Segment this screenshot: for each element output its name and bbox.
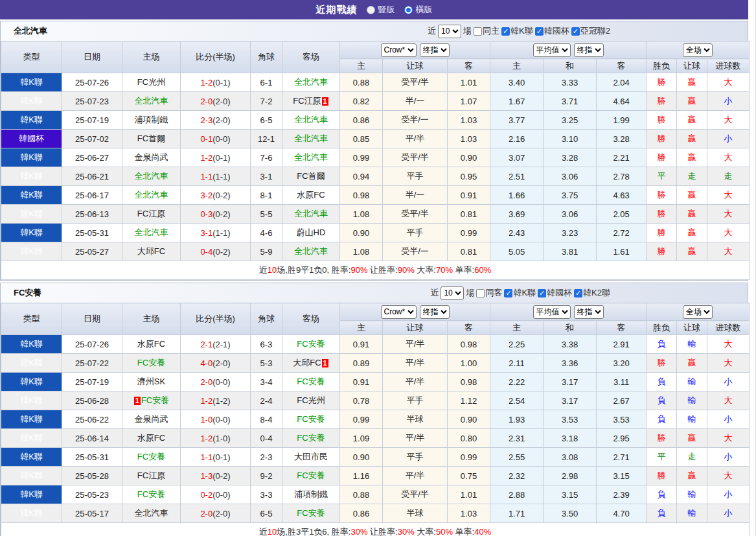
away-team-cell[interactable]: FC江原1 — [282, 92, 340, 111]
checkbox-checked-icon[interactable] — [504, 289, 512, 297]
checkbox-checked-icon[interactable] — [574, 289, 582, 297]
away-team-cell[interactable]: 全北汽車 — [282, 111, 340, 130]
home-team-cell[interactable]: 大邱FC — [122, 242, 181, 261]
league-cell[interactable]: 韓K聯 — [1, 224, 62, 242]
away-team-cell[interactable]: FC首爾 — [282, 167, 340, 186]
home-team-name[interactable]: 金泉尚武 — [135, 152, 168, 162]
avg-source-select[interactable]: 平均值 — [533, 43, 571, 57]
matches-count-select[interactable]: 10 — [438, 25, 461, 38]
home-team-name[interactable]: 全北汽車 — [135, 96, 168, 106]
away-team-name[interactable]: FC安養 — [297, 339, 325, 349]
checkbox-checked-icon[interactable] — [571, 27, 580, 36]
league-cell[interactable]: 韓K聯 — [1, 429, 62, 448]
checkbox-checked-icon[interactable] — [538, 289, 546, 297]
home-team-cell[interactable]: FC光州 — [122, 73, 181, 92]
away-team-name[interactable]: 全北汽車 — [294, 77, 328, 87]
home-team-cell[interactable]: 全北汽車 — [122, 224, 181, 242]
league-checkbox-1[interactable]: 韓K聯 — [504, 287, 536, 299]
away-team-name[interactable]: FC安養 — [297, 508, 325, 518]
league-checkbox-2[interactable]: 韓國杯 — [535, 25, 569, 37]
scope-select[interactable]: 全场 — [683, 43, 713, 57]
away-team-cell[interactable]: 浦項制鐵 — [282, 485, 340, 504]
away-team-cell[interactable]: 全北汽車 — [282, 130, 340, 148]
away-team-name[interactable]: 全北汽車 — [294, 152, 328, 162]
league-checkbox-2[interactable]: 韓國杯 — [538, 287, 572, 299]
home-team-cell[interactable]: FC首爾 — [122, 130, 181, 148]
league-checkbox-1[interactable]: 韓K聯 — [501, 25, 533, 37]
home-team-cell[interactable]: FC安養 — [122, 448, 181, 467]
home-team-name[interactable]: 水原FC — [137, 339, 165, 349]
home-team-cell[interactable]: FC江原 — [122, 205, 181, 224]
league-cell[interactable]: 韓K聯 — [1, 205, 62, 224]
league-cell[interactable]: 韓K聯 — [1, 448, 62, 467]
league-cell[interactable]: 韓K聯 — [1, 167, 62, 186]
league-cell[interactable]: 韓K聯 — [1, 148, 62, 167]
home-team-cell[interactable]: FC安養 — [122, 485, 181, 504]
home-team-name[interactable]: FC安養 — [137, 358, 165, 367]
away-team-name[interactable]: 大田市民 — [294, 452, 328, 461]
league-cell[interactable]: 韓K聯 — [1, 73, 62, 92]
radio-unchecked-icon[interactable] — [367, 6, 375, 14]
home-team-name[interactable]: FC江原 — [137, 471, 165, 480]
home-team-name[interactable]: FC江原 — [137, 209, 165, 218]
home-team-name[interactable]: 1FC安養 — [133, 395, 169, 405]
away-team-name[interactable]: 全北汽車 — [294, 115, 328, 124]
checkbox-checked-icon[interactable] — [501, 27, 510, 36]
away-team-name[interactable]: 全北汽車 — [294, 246, 328, 256]
away-team-cell[interactable]: 大田市民 — [282, 448, 340, 467]
away-team-cell[interactable]: 大邱FC1 — [282, 354, 340, 373]
away-team-cell[interactable]: FC安養 — [282, 373, 340, 391]
avg-source-select[interactable]: 平均值 — [533, 305, 571, 319]
layout-option-vertical[interactable]: 豎版 — [367, 4, 395, 16]
home-team-name[interactable]: 金泉尚武 — [135, 414, 168, 424]
layout-option-horizontal[interactable]: 橫版 — [404, 4, 433, 16]
home-team-cell[interactable]: 1FC安養 — [122, 391, 181, 410]
home-team-cell[interactable]: 全北汽車 — [122, 92, 181, 111]
home-team-cell[interactable]: 全北汽車 — [122, 167, 181, 186]
league-cell[interactable]: 韓K聯 — [1, 111, 62, 130]
away-team-name[interactable]: FC光州 — [297, 395, 325, 405]
checkbox-unchecked-icon[interactable] — [476, 289, 485, 297]
home-team-name[interactable]: 大邱FC — [137, 246, 165, 256]
away-team-cell[interactable]: 全北汽車 — [282, 242, 340, 261]
home-team-name[interactable]: 全北汽車 — [135, 171, 168, 181]
away-team-cell[interactable]: 全北汽車 — [282, 73, 340, 92]
league-cell[interactable]: 韓K聯 — [1, 335, 62, 354]
away-team-name[interactable]: FC首爾 — [297, 171, 325, 181]
same-venue-checkbox[interactable]: 同客 — [476, 287, 502, 299]
away-team-name[interactable]: FC江原1 — [293, 96, 328, 106]
away-team-cell[interactable]: 全北汽車 — [282, 205, 340, 224]
home-team-cell[interactable]: 全北汽車 — [122, 504, 181, 523]
home-team-name[interactable]: FC光州 — [137, 77, 165, 87]
away-team-cell[interactable]: FC安養 — [282, 429, 340, 448]
home-team-cell[interactable]: 全北汽車 — [122, 186, 181, 205]
odds-source-select[interactable]: Crow* — [381, 305, 417, 319]
radio-checked-icon[interactable] — [404, 6, 413, 14]
home-team-name[interactable]: FC首爾 — [137, 134, 165, 143]
league-cell[interactable]: 韓K聯 — [1, 354, 62, 373]
avg-stage-select[interactable]: 终指 — [574, 43, 604, 57]
home-team-name[interactable]: 全北汽車 — [135, 190, 168, 200]
league-cell[interactable]: 韓K聯 — [1, 373, 62, 391]
league-cell[interactable]: 韓K聯 — [1, 504, 62, 523]
home-team-name[interactable]: 水原FC — [137, 433, 165, 443]
away-team-name[interactable]: 水原FC — [297, 190, 325, 200]
away-team-name[interactable]: FC安養 — [297, 471, 325, 480]
away-team-name[interactable]: FC安養 — [297, 433, 325, 443]
away-team-name[interactable]: 蔚山HD — [297, 227, 326, 237]
league-cell[interactable]: 韓K聯 — [1, 391, 62, 410]
league-checkbox-3[interactable]: 亞冠聯2 — [571, 25, 610, 37]
home-team-cell[interactable]: 濟州SK — [122, 373, 181, 391]
league-checkbox-3[interactable]: 韓K2聯 — [574, 287, 610, 299]
home-team-name[interactable]: 濟州SK — [137, 377, 165, 386]
home-team-cell[interactable]: 金泉尚武 — [122, 148, 181, 167]
home-team-name[interactable]: FC安養 — [137, 489, 165, 499]
away-team-cell[interactable]: 水原FC — [282, 186, 340, 205]
away-team-cell[interactable]: FC光州 — [282, 391, 340, 410]
home-team-cell[interactable]: 浦項制鐵 — [122, 111, 181, 130]
away-team-cell[interactable]: 全北汽車 — [282, 148, 340, 167]
matches-count-select[interactable]: 10 — [441, 286, 464, 300]
league-cell[interactable]: 韓K聯 — [1, 485, 62, 504]
home-team-name[interactable]: FC安養 — [137, 452, 165, 461]
away-team-cell[interactable]: FC安養 — [282, 467, 340, 485]
